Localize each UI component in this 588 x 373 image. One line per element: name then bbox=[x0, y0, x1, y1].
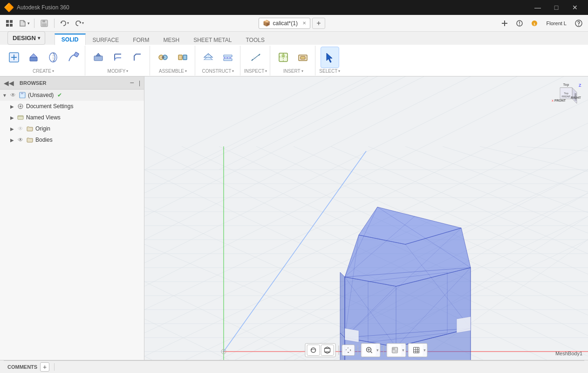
doc-tab-close[interactable]: ✕ bbox=[302, 21, 306, 26]
doc-tab[interactable]: 📦 calicat*(1) ✕ bbox=[259, 18, 310, 29]
display-mode-button[interactable] bbox=[389, 345, 402, 356]
measure-button[interactable] bbox=[246, 47, 265, 68]
tree-arrow-root[interactable]: ▼ bbox=[2, 92, 7, 98]
display-dropdown[interactable]: ▾ bbox=[402, 348, 404, 352]
tab-form[interactable]: FORM bbox=[126, 35, 156, 45]
visibility-bodies[interactable]: 👁 bbox=[17, 136, 24, 144]
tree-item-named-views[interactable]: ▶ Named Views bbox=[0, 112, 144, 123]
cmd-group-insert: INSERT ▾ bbox=[271, 46, 315, 76]
minimize-button[interactable]: — bbox=[528, 0, 547, 15]
tab-mesh[interactable]: MESH bbox=[157, 35, 187, 45]
extrude-button[interactable] bbox=[24, 47, 43, 68]
joint-button[interactable] bbox=[154, 47, 172, 68]
window-controls: — □ ✕ bbox=[528, 0, 584, 15]
construct-label: CONSTRUCT ▾ bbox=[202, 69, 234, 75]
tab-tools[interactable]: TOOLS bbox=[239, 35, 271, 45]
inspect-label: INSPECT ▾ bbox=[244, 69, 267, 75]
file-menu-button[interactable]: ▾ bbox=[18, 17, 31, 30]
design-dropdown-button[interactable]: DESIGN ▾ bbox=[7, 31, 45, 45]
bt-sep-2 bbox=[358, 345, 358, 355]
zoom-dropdown[interactable]: ▾ bbox=[376, 348, 379, 352]
svg-rect-156 bbox=[325, 348, 330, 352]
press-pull-button[interactable] bbox=[89, 47, 108, 68]
sweep-button[interactable] bbox=[63, 47, 82, 68]
browser-panel: ◀◀ BROWSER − | ▼ 👁 (Unsaved) ✔ ▶ bbox=[0, 76, 144, 360]
tab-solid[interactable]: SOLID bbox=[55, 34, 86, 45]
insert-mesh-button[interactable] bbox=[274, 47, 293, 68]
grid-toggle-button[interactable] bbox=[410, 345, 423, 356]
svg-marker-141 bbox=[457, 317, 471, 333]
browser-collapse-button[interactable]: | bbox=[139, 80, 140, 86]
named-views-icon bbox=[17, 114, 24, 121]
svg-rect-3 bbox=[10, 24, 13, 27]
visibility-root[interactable]: 👁 bbox=[9, 91, 17, 99]
svg-line-160 bbox=[371, 352, 372, 353]
help-extensions-button[interactable] bbox=[513, 17, 526, 30]
midplane-button[interactable] bbox=[219, 47, 237, 68]
bt-sep-1 bbox=[339, 345, 339, 355]
viewcube[interactable]: Z x Top FRONT RIGHT Top FRONT RIGHT bbox=[550, 82, 582, 115]
visibility-origin[interactable]: 👁 bbox=[17, 125, 24, 132]
new-sketch-button[interactable] bbox=[5, 47, 23, 68]
maximize-button[interactable]: □ bbox=[547, 0, 566, 15]
svg-point-12 bbox=[578, 25, 579, 26]
tree-label-origin: Origin bbox=[35, 125, 50, 132]
tree-arrow-origin[interactable]: ▶ bbox=[9, 126, 15, 131]
doc-tab-name: calicat*(1) bbox=[273, 20, 298, 27]
revolve-button[interactable] bbox=[44, 47, 62, 68]
save-button[interactable] bbox=[38, 17, 51, 30]
tree-item-root[interactable]: ▼ 👁 (Unsaved) ✔ bbox=[0, 90, 144, 101]
svg-rect-19 bbox=[74, 52, 79, 57]
help-button[interactable] bbox=[572, 17, 585, 30]
tree-arrow-named-views[interactable]: ▶ bbox=[9, 115, 15, 120]
rigid-group-button[interactable] bbox=[173, 47, 192, 68]
look-at-button[interactable] bbox=[321, 345, 334, 356]
tree-arrow-doc-settings[interactable]: ▶ bbox=[9, 104, 15, 109]
add-comment-button[interactable]: + bbox=[40, 362, 49, 372]
svg-text:Top: Top bbox=[563, 83, 569, 87]
browser-title: BROWSER bbox=[20, 80, 127, 86]
new-tab-button[interactable]: + bbox=[312, 18, 325, 29]
viewport[interactable]: 650 550 450 350 bbox=[144, 76, 588, 360]
tree-item-origin[interactable]: ▶ 👁 Origin bbox=[0, 123, 144, 134]
app-title: Autodesk Fusion 360 bbox=[17, 4, 528, 11]
svg-rect-26 bbox=[183, 55, 187, 60]
svg-point-113 bbox=[223, 351, 225, 352]
redo-button[interactable]: ▾ bbox=[73, 17, 86, 30]
browser-minus-button[interactable]: − bbox=[130, 79, 134, 87]
cmd-group-inspect: INSPECT ▾ bbox=[241, 46, 270, 76]
zoom-button[interactable] bbox=[363, 345, 376, 356]
add-button[interactable] bbox=[498, 17, 511, 30]
tab-sheet-metal[interactable]: SHEET METAL bbox=[186, 35, 239, 45]
grid-view-button[interactable] bbox=[3, 17, 16, 30]
tree-arrow-bodies[interactable]: ▶ bbox=[9, 137, 15, 143]
svg-marker-140 bbox=[345, 328, 359, 342]
svg-marker-41 bbox=[327, 53, 332, 62]
cmd-group-select: SELECT ▾ bbox=[316, 46, 343, 76]
svg-rect-1 bbox=[10, 20, 13, 23]
decal-button[interactable] bbox=[294, 47, 312, 68]
notifications-button[interactable]: 1 bbox=[528, 17, 541, 30]
fillet-button[interactable] bbox=[109, 47, 127, 68]
svg-line-36 bbox=[259, 54, 260, 55]
grid-dropdown[interactable]: ▾ bbox=[424, 348, 426, 352]
pan-button[interactable] bbox=[342, 345, 355, 356]
svg-text:Top: Top bbox=[564, 92, 568, 95]
close-button[interactable]: ✕ bbox=[566, 0, 584, 15]
tree-item-document-settings[interactable]: ▶ Document Settings bbox=[0, 101, 144, 112]
toolbar-commands: CREATE ▾ bbox=[0, 45, 588, 76]
create-label: CREATE ▾ bbox=[33, 69, 54, 75]
root-check-icon: ✔ bbox=[57, 92, 62, 98]
svg-marker-21 bbox=[96, 53, 101, 56]
chamfer-button[interactable] bbox=[128, 47, 147, 68]
select-tool-button[interactable] bbox=[321, 47, 339, 68]
tree-item-bodies[interactable]: ▶ 👁 Bodies bbox=[0, 134, 144, 145]
offset-plane-button[interactable] bbox=[199, 47, 218, 68]
undo-button[interactable]: ▾ bbox=[58, 17, 71, 30]
browser-back-icon[interactable]: ◀◀ bbox=[4, 79, 14, 87]
comments-label: COMMENTS bbox=[7, 364, 37, 370]
tab-surface[interactable]: SURFACE bbox=[86, 35, 126, 45]
orbit-button[interactable] bbox=[307, 345, 320, 356]
svg-marker-32 bbox=[224, 59, 232, 61]
user-profile[interactable]: Florent L bbox=[543, 21, 570, 26]
